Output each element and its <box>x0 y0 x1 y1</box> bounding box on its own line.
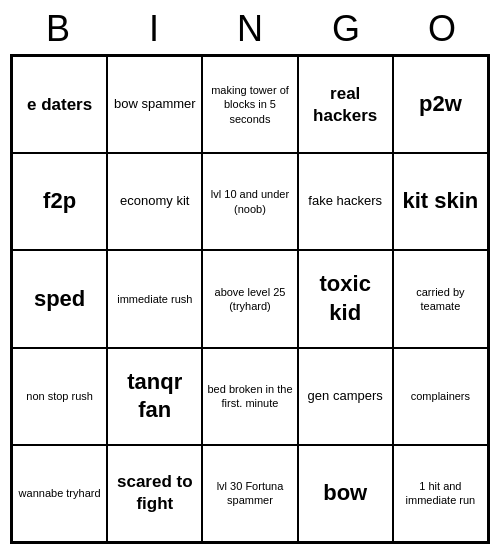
bingo-cell-13: toxic kid <box>298 250 393 347</box>
header-n: N <box>206 8 294 50</box>
bingo-cell-8: fake hackers <box>298 153 393 250</box>
bingo-cell-12: above level 25 (tryhard) <box>202 250 297 347</box>
bingo-cell-6: economy kit <box>107 153 202 250</box>
bingo-cell-11: immediate rush <box>107 250 202 347</box>
bingo-cell-14: carried by teamate <box>393 250 488 347</box>
bingo-cell-18: gen campers <box>298 348 393 445</box>
bingo-cell-2: making tower of blocks in 5 seconds <box>202 56 297 153</box>
bingo-cell-21: scared to fight <box>107 445 202 542</box>
bingo-cell-0: e daters <box>12 56 107 153</box>
header-o: O <box>398 8 486 50</box>
bingo-cell-22: lvl 30 Fortuna spammer <box>202 445 297 542</box>
bingo-cell-19: complainers <box>393 348 488 445</box>
bingo-cell-9: kit skin <box>393 153 488 250</box>
bingo-grid: e datersbow spammermaking tower of block… <box>10 54 490 544</box>
bingo-cell-16: tanqr fan <box>107 348 202 445</box>
bingo-cell-4: p2w <box>393 56 488 153</box>
bingo-cell-3: real hackers <box>298 56 393 153</box>
bingo-cell-23: bow <box>298 445 393 542</box>
bingo-cell-24: 1 hit and immediate run <box>393 445 488 542</box>
bingo-cell-20: wannabe tryhard <box>12 445 107 542</box>
header-b: B <box>14 8 102 50</box>
header-i: I <box>110 8 198 50</box>
bingo-cell-1: bow spammer <box>107 56 202 153</box>
bingo-cell-5: f2p <box>12 153 107 250</box>
header-g: G <box>302 8 390 50</box>
bingo-cell-10: sped <box>12 250 107 347</box>
bingo-cell-17: bed broken in the first. minute <box>202 348 297 445</box>
bingo-header: B I N G O <box>10 0 490 54</box>
bingo-cell-7: lvl 10 and under (noob) <box>202 153 297 250</box>
bingo-cell-15: non stop rush <box>12 348 107 445</box>
